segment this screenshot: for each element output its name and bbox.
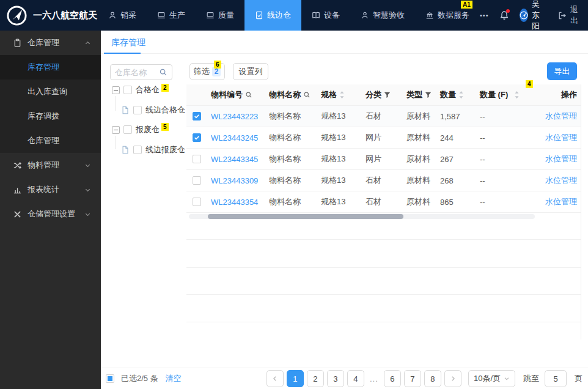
sidebar-group-warehouse-mgmt[interactable]: 仓库管理 bbox=[0, 31, 101, 55]
header-qty-f[interactable]: 数量 (F) bbox=[480, 89, 538, 100]
select-all-checkbox[interactable] bbox=[106, 374, 114, 383]
sidebar-item-warehouse-mgmt[interactable]: 仓库管理 bbox=[0, 128, 101, 153]
sidebar-group-report-statistics[interactable]: 报表统计 bbox=[0, 177, 101, 202]
water-level-link[interactable]: 水位管理 bbox=[538, 196, 581, 207]
water-level-link[interactable]: 水位管理 bbox=[538, 111, 581, 122]
monitor-icon bbox=[157, 11, 166, 20]
tree-checkbox[interactable] bbox=[123, 86, 132, 94]
user-check-icon bbox=[361, 11, 369, 20]
row-checkbox[interactable] bbox=[193, 198, 201, 206]
page-ellipsis[interactable]: ... bbox=[367, 374, 381, 383]
search-icon[interactable] bbox=[245, 91, 252, 98]
header-action: 操作 bbox=[538, 89, 581, 100]
file-icon bbox=[121, 106, 130, 114]
page-button-1[interactable]: 1 bbox=[287, 370, 304, 387]
warehouse-search-input[interactable] bbox=[115, 68, 156, 77]
tree-node-scrap-warehouse: 报废仓 bbox=[112, 124, 160, 135]
logout-button[interactable]: 退出 bbox=[557, 4, 578, 26]
filter-funnel-icon[interactable] bbox=[384, 92, 391, 98]
row-checkbox[interactable] bbox=[193, 176, 201, 185]
nav-item-quality[interactable]: 质量 bbox=[196, 0, 244, 31]
tree-checkbox[interactable] bbox=[123, 125, 132, 134]
sidebar-group-material-mgmt[interactable]: 物料管理 bbox=[0, 153, 101, 177]
material-code-link[interactable]: WL23443309 bbox=[211, 176, 269, 185]
collapse-icon[interactable] bbox=[112, 126, 120, 134]
chevron-down-icon bbox=[504, 376, 510, 382]
sidebar: 仓库管理 库存管理 出入库查询 库存调拨 仓库管理 物料管理 报表统计 仓储管理… bbox=[0, 31, 101, 389]
brand-title: 一六八航空航天 bbox=[33, 10, 97, 21]
sidebar-item-inventory-mgmt[interactable]: 库存管理 bbox=[0, 55, 101, 80]
avatar bbox=[520, 9, 528, 22]
row-checkbox[interactable] bbox=[193, 112, 201, 120]
chevron-down-icon bbox=[84, 187, 91, 193]
header-material-name[interactable]: 物料名称 bbox=[269, 89, 321, 100]
sort-icon[interactable] bbox=[458, 91, 464, 99]
page-button-2[interactable]: 2 bbox=[307, 370, 324, 387]
header-category[interactable]: 分类 bbox=[366, 89, 406, 100]
water-level-link[interactable]: 水位管理 bbox=[538, 154, 581, 165]
tree-connector-line bbox=[116, 96, 116, 111]
page-button-3[interactable]: 3 bbox=[327, 370, 344, 387]
page-button-6[interactable]: 6 bbox=[384, 370, 401, 387]
page-size-select[interactable]: 10条/页 bbox=[468, 370, 515, 387]
header-material-code[interactable]: 物料编号 bbox=[211, 89, 269, 100]
page-button-8[interactable]: 8 bbox=[424, 370, 441, 387]
sort-icon[interactable] bbox=[514, 91, 520, 99]
water-level-link[interactable]: 水位管理 bbox=[538, 175, 581, 186]
export-button[interactable]: 导出 bbox=[547, 62, 577, 80]
table-row: WL23443345 物料名称 规格13 网片 原材料 267 -- 水位管理 bbox=[186, 149, 581, 170]
sidebar-group-storage-settings[interactable]: 仓储管理设置 bbox=[0, 202, 101, 226]
next-page-button[interactable] bbox=[444, 370, 461, 387]
username: 吴东阳 bbox=[532, 0, 547, 32]
tab-inventory-mgmt[interactable]: 库存管理 bbox=[111, 37, 145, 48]
sidebar-item-inventory-transfer[interactable]: 库存调拨 bbox=[0, 104, 101, 128]
jump-to-label: 跳至 bbox=[523, 373, 539, 384]
notifications-bell-icon[interactable] bbox=[499, 10, 509, 20]
header-type[interactable]: 类型 bbox=[406, 89, 440, 100]
more-menu-icon[interactable]: ••• bbox=[480, 12, 489, 19]
header-spec[interactable]: 规格 bbox=[321, 89, 366, 100]
annotation-mark-2: 2 bbox=[161, 84, 169, 92]
nav-item-sales[interactable]: 销采 bbox=[98, 0, 147, 31]
row-checkbox[interactable] bbox=[193, 155, 201, 163]
warehouse-submenu: 库存管理 出入库查询 库存调拨 仓库管理 bbox=[0, 55, 101, 153]
water-level-link[interactable]: 水位管理 bbox=[538, 132, 581, 143]
search-icon[interactable] bbox=[303, 91, 311, 98]
collapse-icon[interactable] bbox=[112, 86, 120, 94]
chevron-down-icon bbox=[84, 211, 91, 218]
nav-item-equipment[interactable]: 设备 bbox=[301, 0, 350, 31]
page-button-4[interactable]: 4 bbox=[347, 370, 364, 387]
sidebar-item-in-out-query[interactable]: 出入库查询 bbox=[0, 80, 101, 104]
search-icon[interactable] bbox=[159, 68, 167, 76]
selected-count: 已选2/5 条 bbox=[121, 373, 158, 384]
indeterminate-mark bbox=[108, 376, 112, 381]
material-code-link[interactable]: WL23443245 bbox=[211, 133, 269, 143]
table-row: WL23443223 物料名称 规格13 石材 原材料 1,587 -- 水位管… bbox=[186, 106, 581, 127]
material-code-link[interactable]: WL23443223 bbox=[211, 112, 269, 121]
annotation-mark-4: 4 bbox=[526, 80, 533, 88]
filter-funnel-icon[interactable] bbox=[425, 92, 432, 98]
jump-page-input[interactable] bbox=[545, 370, 567, 387]
user-menu[interactable]: 吴东阳 bbox=[520, 0, 547, 32]
annotation-mark-5: 5 bbox=[161, 123, 169, 131]
horizontal-scrollbar-track[interactable] bbox=[189, 214, 535, 219]
horizontal-scrollbar-thumb[interactable] bbox=[208, 214, 403, 219]
tree-connector-line bbox=[116, 136, 116, 149]
clear-selection-link[interactable]: 清空 bbox=[166, 373, 182, 384]
nav-item-smart-acceptance[interactable]: 智慧验收 bbox=[350, 0, 415, 31]
nav-item-production[interactable]: 生产 bbox=[147, 0, 196, 31]
prev-page-button[interactable] bbox=[266, 370, 284, 387]
shuffle-icon bbox=[13, 161, 22, 170]
tree-checkbox[interactable] bbox=[133, 106, 142, 114]
header-qty[interactable]: 数量 bbox=[440, 89, 480, 100]
tree-checkbox[interactable] bbox=[133, 146, 142, 154]
material-code-link[interactable]: WL23443354 bbox=[211, 198, 269, 207]
row-checkbox[interactable] bbox=[193, 133, 201, 142]
set-columns-button[interactable]: 设置列 bbox=[233, 63, 268, 80]
table-header-row: 物料编号 物料名称 规格 分类 类型 数量 bbox=[186, 84, 581, 106]
sort-icon[interactable] bbox=[339, 91, 345, 99]
nav-item-line-side-warehouse[interactable]: 线边仓 bbox=[244, 0, 301, 31]
tree-node-line-side-scrap: 线边报废仓 bbox=[121, 144, 185, 155]
page-button-7[interactable]: 7 bbox=[404, 370, 421, 387]
material-code-link[interactable]: WL23443345 bbox=[211, 155, 269, 164]
